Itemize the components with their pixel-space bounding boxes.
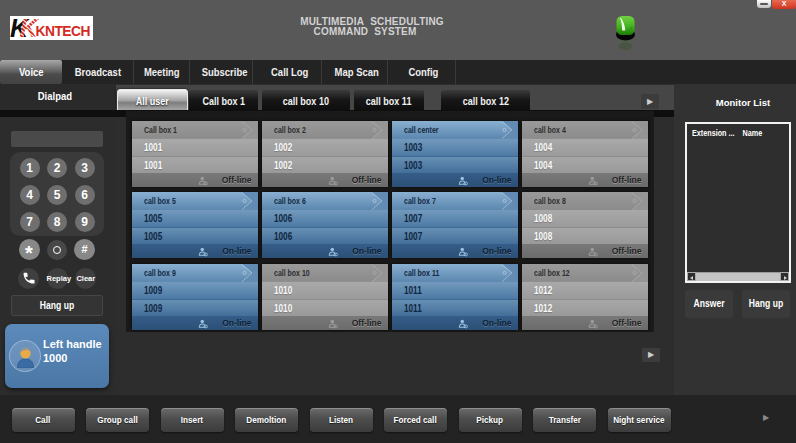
svg-text:KNTECH: KNTECH — [36, 24, 91, 39]
